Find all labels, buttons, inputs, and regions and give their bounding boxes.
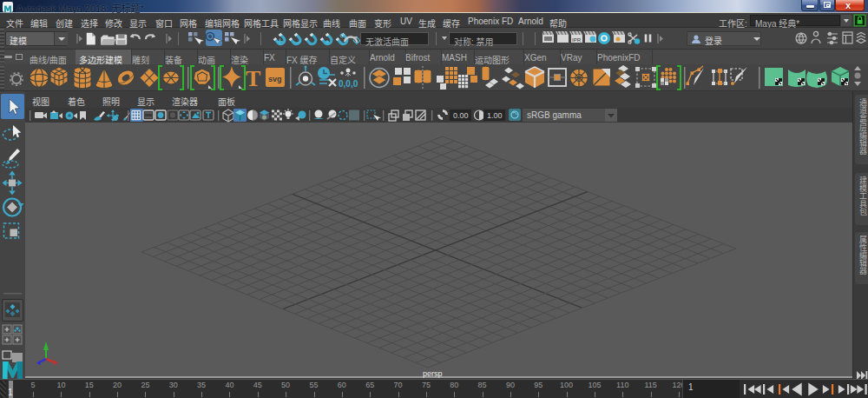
svg-text:1.00: 1.00	[487, 111, 503, 120]
svg-text:svg: svg	[268, 75, 282, 83]
svg-text:0.00: 0.00	[453, 111, 469, 120]
svg-text:0,0,0: 0,0,0	[339, 79, 358, 89]
svg-text:T: T	[246, 66, 260, 91]
svg-text:IPR: IPR	[572, 37, 582, 43]
svg-text:sRGB gamma: sRGB gamma	[527, 110, 582, 120]
